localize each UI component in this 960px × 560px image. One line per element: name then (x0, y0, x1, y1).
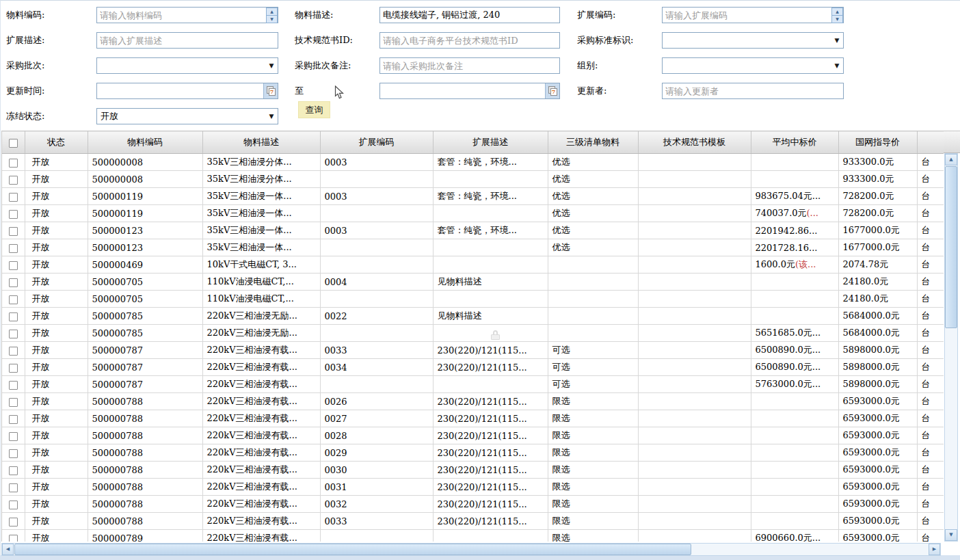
header-guide-price[interactable]: 国网指导价 (838, 131, 917, 154)
batch-remark-input[interactable] (379, 57, 560, 74)
material-code-spinner[interactable]: ▲ ▼ (266, 8, 278, 23)
purchase-standard-select[interactable]: ▼ (662, 32, 844, 49)
row-checkbox[interactable] (9, 518, 18, 526)
table-row[interactable]: 开放 500000008 35kV三相油浸分体... 0003 套管：纯瓷，环境… (2, 154, 944, 171)
table-row[interactable]: 开放 500000705 110kV油浸电磁CT,... 24180.0元 台 (2, 291, 944, 308)
header-ext-desc[interactable]: 扩展描述 (433, 131, 548, 154)
row-checkbox[interactable] (9, 381, 18, 390)
cell-material-desc: 35kV三相油浸一体... (202, 239, 320, 256)
table-row[interactable]: 开放 500000785 220kV三相油浸无励... 5651685.0元..… (2, 325, 944, 342)
ext-desc-input[interactable] (96, 32, 278, 49)
update-time-label: 更新时间: (6, 83, 44, 99)
tech-spec-id-input[interactable] (379, 32, 560, 49)
table-row[interactable]: 开放 500000788 220kV三相油浸有载... 0032 230(220… (2, 496, 944, 513)
table-row[interactable]: 开放 500000119 35kV三相油浸一体... 优选 740037.0元(… (2, 205, 944, 222)
cell-ext-code (320, 205, 433, 222)
row-checkbox[interactable] (9, 193, 18, 202)
cell-status: 开放 (25, 376, 88, 393)
update-time-input[interactable] (96, 83, 278, 99)
table-row[interactable]: 开放 500000123 35kV三相油浸一体... 0003 套管：纯瓷，环境… (2, 222, 944, 239)
row-checkbox[interactable] (9, 347, 18, 356)
table-row[interactable]: 开放 500000787 220kV三相油浸有载... 0033 230(220… (2, 342, 944, 359)
header-tech-template[interactable]: 技术规范书模板 (638, 131, 751, 154)
select-all-header[interactable] (2, 131, 25, 154)
row-checkbox[interactable] (9, 415, 18, 424)
row-checkbox[interactable] (9, 432, 18, 441)
row-checkbox[interactable] (9, 210, 18, 219)
cell-material-code: 500000119 (88, 205, 202, 222)
cell-guide-price: 6593000.0元 (838, 462, 917, 479)
table-row[interactable]: 开放 500000123 35kV三相油浸一体... 优选 2201728.16… (2, 239, 944, 256)
row-checkbox[interactable] (9, 398, 18, 407)
material-desc-input[interactable] (379, 7, 560, 23)
row-checkbox[interactable] (9, 176, 18, 185)
ext-code-input[interactable] (662, 7, 844, 23)
query-button[interactable]: 查询 (298, 101, 330, 118)
results-table: 状态 物料编码 物料描述 扩展编码 扩展描述 三级清单物料 技术规范书模板 平均… (2, 131, 944, 542)
table-row[interactable]: 开放 500000788 220kV三相油浸有载... 0030 230(220… (2, 462, 944, 479)
table-row[interactable]: 开放 500000788 220kV三相油浸有载... 0027 230(220… (2, 410, 944, 427)
update-time-calendar-button[interactable]: 7 (263, 83, 278, 98)
row-checkbox[interactable] (9, 261, 18, 270)
spin-up-icon[interactable]: ▲ (831, 8, 843, 16)
row-checkbox[interactable] (9, 364, 18, 373)
scroll-right-icon[interactable]: ▶ (929, 544, 940, 555)
table-row[interactable]: 开放 500000788 220kV三相油浸有载... 0026 230(220… (2, 393, 944, 410)
spin-up-icon[interactable]: ▲ (266, 8, 278, 16)
header-avg-price[interactable]: 平均中标价 (751, 131, 838, 154)
row-checkbox[interactable] (9, 501, 18, 509)
table-row[interactable]: 开放 500000788 220kV三相油浸有载... 0031 230(220… (2, 479, 944, 496)
table-row[interactable]: 开放 500000789 220kV三相油浸有载... 限选 6900660.0… (2, 530, 944, 542)
select-all-checkbox[interactable] (9, 139, 18, 148)
table-row[interactable]: 开放 500000785 220kV三相油浸无励... 0022 见物料描述 5… (2, 308, 944, 325)
horizontal-scrollbar-thumb[interactable] (14, 544, 691, 555)
table-row[interactable]: 开放 500000788 220kV三相油浸有载... 0028 230(220… (2, 427, 944, 444)
header-material-desc[interactable]: 物料描述 (202, 131, 320, 154)
scroll-up-icon[interactable]: ▲ (945, 154, 957, 165)
horizontal-scrollbar[interactable]: ◀ ▶ (1, 543, 941, 556)
table-row[interactable]: 开放 500000787 220kV三相油浸有载... 0034 230(220… (2, 359, 944, 376)
row-checkbox[interactable] (9, 312, 18, 321)
header-status[interactable]: 状态 (25, 131, 88, 154)
spin-down-icon[interactable]: ▼ (266, 16, 278, 23)
cell-material-code: 500000008 (88, 171, 202, 188)
row-checkbox[interactable] (9, 159, 18, 168)
table-row[interactable]: 开放 500000788 220kV三相油浸有载... 0033 230(220… (2, 513, 944, 530)
group-select[interactable]: ▼ (662, 57, 844, 74)
to-date-calendar-button[interactable]: 7 (545, 83, 559, 98)
row-checkbox[interactable] (9, 449, 18, 458)
row-checkbox[interactable] (9, 295, 18, 304)
table-row[interactable]: 开放 500000788 220kV三相油浸有载... 0029 230(220… (2, 444, 944, 462)
ext-code-spinner[interactable]: ▲ ▼ (831, 8, 843, 23)
table-row[interactable]: 开放 500000469 10kV干式电磁CT, 3... 1600.0元(该.… (2, 256, 944, 274)
table-row[interactable]: 开放 500000787 220kV三相油浸有载... 可选 5763000.0… (2, 376, 944, 393)
table-row[interactable]: 开放 500000119 35kV三相油浸一体... 0003 套管：纯瓷，环境… (2, 188, 944, 205)
table-row[interactable]: 开放 500000008 35kV三相油浸分体... 优选 933300.0元 … (2, 171, 944, 188)
table-row[interactable]: 开放 500000705 110kV油浸电磁CT,... 0004 见物料描述 … (2, 274, 944, 291)
row-checkbox[interactable] (9, 227, 18, 236)
material-desc-label: 物料描述: (295, 7, 333, 23)
header-filler (944, 131, 960, 153)
row-checkbox[interactable] (9, 330, 18, 338)
updater-input[interactable] (662, 83, 844, 99)
purchase-batch-select[interactable]: ▼ (96, 57, 278, 74)
scroll-down-icon[interactable]: ▼ (945, 529, 957, 541)
row-checkbox[interactable] (9, 535, 18, 542)
spin-down-icon[interactable]: ▼ (831, 16, 843, 23)
row-checkbox[interactable] (9, 244, 18, 253)
scroll-left-icon[interactable]: ◀ (2, 544, 14, 555)
header-material-code[interactable]: 物料编码 (88, 131, 202, 154)
row-checkbox[interactable] (9, 278, 18, 287)
to-date-input[interactable] (379, 83, 560, 99)
material-code-input[interactable] (96, 7, 278, 23)
vertical-scrollbar-thumb[interactable] (945, 166, 957, 328)
header-tier3[interactable]: 三级清单物料 (548, 131, 638, 154)
row-checkbox[interactable] (9, 466, 18, 475)
row-checkbox[interactable] (9, 483, 18, 492)
cell-avg-price: 740037.0元(... (751, 205, 838, 222)
header-ext-code[interactable]: 扩展编码 (320, 131, 433, 154)
cell-guide-price: 6593000.0元 (838, 513, 917, 530)
vertical-scrollbar[interactable]: ▲ ▼ (944, 153, 958, 542)
freeze-status-select[interactable]: 开放 ▼ (96, 108, 278, 124)
cell-avg-price (751, 444, 838, 462)
